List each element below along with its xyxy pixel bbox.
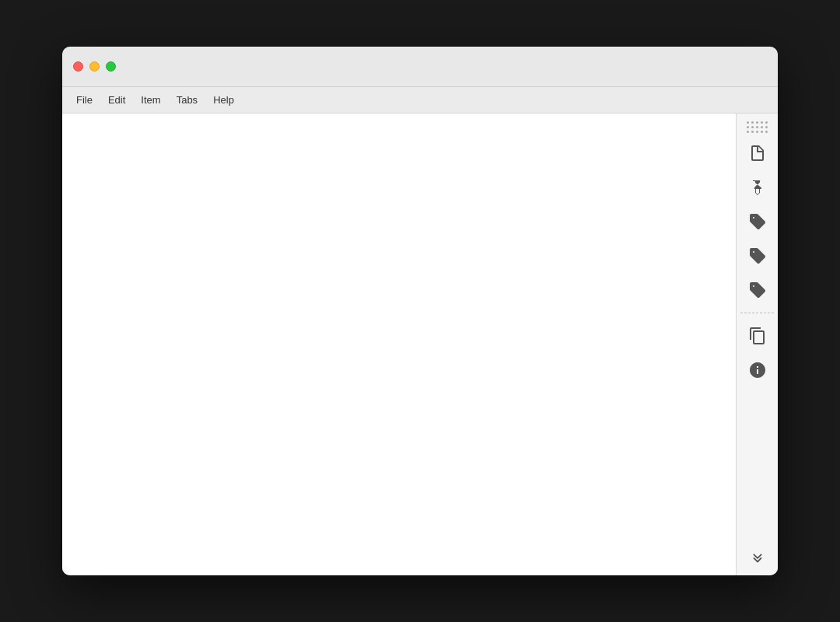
dot [756, 126, 758, 128]
menu-tabs[interactable]: Tabs [169, 91, 205, 109]
maximize-button[interactable] [106, 61, 116, 72]
menu-edit[interactable]: Edit [100, 91, 133, 109]
dot [765, 121, 768, 124]
main-window: File Edit Item Tabs Help [62, 47, 778, 575]
dot [756, 121, 758, 124]
main-area [62, 114, 778, 575]
menu-file[interactable]: File [68, 91, 100, 109]
document-icon[interactable] [743, 138, 772, 168]
dot [751, 126, 754, 128]
dot [761, 121, 763, 124]
traffic-lights [73, 61, 116, 72]
dot [751, 121, 754, 124]
pin-icon[interactable] [743, 173, 772, 202]
dot [765, 126, 768, 128]
dot [765, 131, 768, 133]
sidebar-divider [740, 313, 773, 313]
menu-item[interactable]: Item [133, 91, 168, 109]
menu-help[interactable]: Help [205, 91, 242, 109]
dot [761, 126, 763, 128]
tag-icon-3[interactable] [743, 275, 772, 305]
sidebar [736, 114, 778, 575]
tag-icon-1[interactable] [743, 207, 772, 236]
content-area[interactable] [62, 114, 736, 575]
dot [751, 131, 754, 133]
tag-icon-2[interactable] [743, 241, 772, 271]
chevron-down-double-icon[interactable] [743, 543, 772, 572]
dot [756, 131, 758, 133]
dot [747, 126, 749, 128]
minimize-button[interactable] [89, 61, 100, 72]
dot [747, 121, 749, 124]
copy-icon[interactable] [743, 321, 772, 351]
close-button[interactable] [73, 61, 83, 72]
menu-bar: File Edit Item Tabs Help [62, 87, 778, 114]
drag-handle [737, 118, 778, 138]
info-icon[interactable] [743, 355, 772, 385]
dot [761, 131, 763, 133]
dot [747, 131, 749, 133]
title-bar [62, 47, 778, 87]
